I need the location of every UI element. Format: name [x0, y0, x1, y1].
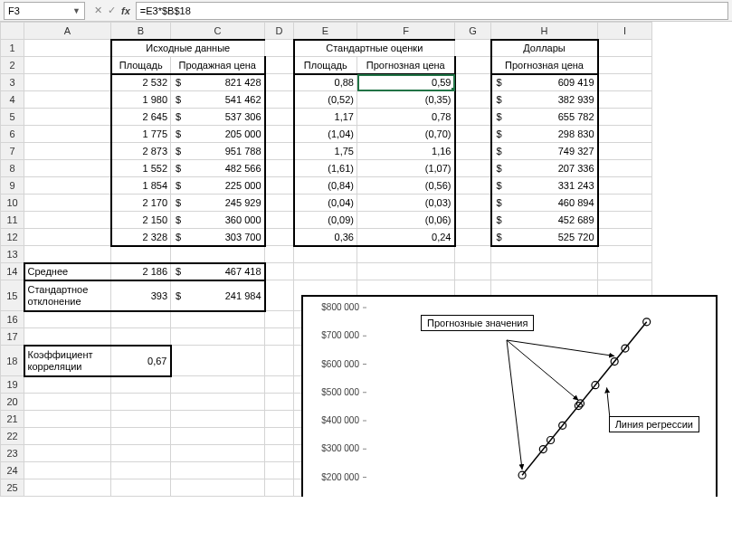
cell-F5[interactable]: 0,78	[357, 109, 455, 126]
cell-C13[interactable]	[171, 246, 265, 263]
cell-B11[interactable]: 2 150	[111, 212, 171, 229]
cell-I5[interactable]	[598, 109, 652, 126]
col-header-H[interactable]: H	[491, 23, 598, 40]
cell-F9[interactable]: (0,56)	[357, 177, 455, 195]
cell-B19[interactable]	[111, 376, 171, 394]
cell-D7[interactable]	[265, 143, 294, 160]
cell-C21[interactable]	[171, 411, 265, 428]
cell-C23[interactable]	[171, 445, 265, 462]
cell-H4[interactable]: $382 939	[491, 91, 598, 109]
cell-E3[interactable]: 0,88	[294, 74, 357, 91]
cell-C11[interactable]: $360 000	[171, 212, 265, 229]
cell-G10[interactable]	[455, 195, 491, 212]
row-header-15[interactable]: 15	[1, 280, 24, 311]
hdr-area[interactable]: Площадь	[111, 57, 171, 74]
cell-I7[interactable]	[598, 143, 652, 160]
row-header-22[interactable]: 22	[1, 428, 24, 445]
row-header-8[interactable]: 8	[1, 160, 24, 177]
cell-A5[interactable]	[24, 109, 111, 126]
cell-D21[interactable]	[265, 411, 294, 428]
cell-C19[interactable]	[171, 376, 265, 394]
row-header-21[interactable]: 21	[1, 411, 24, 428]
cell-D5[interactable]	[265, 109, 294, 126]
cell-A10[interactable]	[24, 195, 111, 212]
cell-G1[interactable]	[455, 40, 491, 57]
cell-D10[interactable]	[265, 195, 294, 212]
cell-C9[interactable]: $225 000	[171, 177, 265, 195]
mean-price[interactable]: $467 418	[171, 263, 265, 280]
cell-A17[interactable]	[24, 328, 111, 346]
cell-I13[interactable]	[598, 246, 652, 263]
cell-I12[interactable]	[598, 229, 652, 246]
row-header-13[interactable]: 13	[1, 246, 24, 263]
cell-C25[interactable]	[171, 479, 265, 497]
cell-D9[interactable]	[265, 177, 294, 195]
row-header-10[interactable]: 10	[1, 195, 24, 212]
cell-I4[interactable]	[598, 91, 652, 109]
cell-D25[interactable]	[265, 479, 294, 497]
cell-I9[interactable]	[598, 177, 652, 195]
row-header-1[interactable]: 1	[1, 40, 24, 57]
cell-G8[interactable]	[455, 160, 491, 177]
cell-D18[interactable]	[265, 346, 294, 376]
cell-F11[interactable]: (0,06)	[357, 212, 455, 229]
cell-A16[interactable]	[24, 311, 111, 328]
cell-D1[interactable]	[265, 40, 294, 57]
cell-B23[interactable]	[111, 445, 171, 462]
col-header-B[interactable]: B	[111, 23, 171, 40]
name-box[interactable]: F3 ▼	[4, 2, 85, 20]
cell-G4[interactable]	[455, 91, 491, 109]
hdr-forecast2[interactable]: Прогнозная цена	[491, 57, 598, 74]
cell-C8[interactable]: $482 566	[171, 160, 265, 177]
cell-C7[interactable]: $951 788	[171, 143, 265, 160]
row-header-9[interactable]: 9	[1, 177, 24, 195]
cell-D11[interactable]	[265, 212, 294, 229]
chevron-down-icon[interactable]: ▼	[72, 6, 81, 15]
cell-G13[interactable]	[455, 246, 491, 263]
stdev-price[interactable]: $241 984	[171, 280, 265, 311]
col-header-C[interactable]: C	[171, 23, 265, 40]
fx-icon[interactable]: fx	[121, 5, 130, 16]
cell-I8[interactable]	[598, 160, 652, 177]
label-stdev[interactable]: Стандартное отклонение	[24, 280, 111, 311]
cell-A9[interactable]	[24, 177, 111, 195]
cell-D20[interactable]	[265, 394, 294, 411]
cell-F10[interactable]: (0,03)	[357, 195, 455, 212]
cell-B9[interactable]: 1 854	[111, 177, 171, 195]
cell-E11[interactable]: (0,09)	[294, 212, 357, 229]
cell-H12[interactable]: $525 720	[491, 229, 598, 246]
cell-A6[interactable]	[24, 126, 111, 143]
corr-value[interactable]: 0,67	[111, 346, 171, 376]
cell-E5[interactable]: 1,17	[294, 109, 357, 126]
col-header-D[interactable]: D	[265, 23, 294, 40]
row-header-17[interactable]: 17	[1, 328, 24, 346]
cell-G9[interactable]	[455, 177, 491, 195]
cell-D2[interactable]	[265, 57, 294, 74]
cell-F12[interactable]: 0,24	[357, 229, 455, 246]
cell-C6[interactable]: $205 000	[171, 126, 265, 143]
cell-D3[interactable]	[265, 74, 294, 91]
row-header-11[interactable]: 11	[1, 212, 24, 229]
cell-H8[interactable]: $207 336	[491, 160, 598, 177]
dollars-title[interactable]: Доллары	[491, 40, 598, 57]
cell-E9[interactable]: (0,84)	[294, 177, 357, 195]
cell-F7[interactable]: 1,16	[357, 143, 455, 160]
row-header-3[interactable]: 3	[1, 74, 24, 91]
label-mean[interactable]: Среднее	[24, 263, 111, 280]
cell-A25[interactable]	[24, 479, 111, 497]
hdr-saleprice[interactable]: Продажная цена	[171, 57, 265, 74]
cell-D14[interactable]	[265, 263, 294, 280]
cell-I6[interactable]	[598, 126, 652, 143]
cell-D15[interactable]	[265, 280, 294, 311]
row-header-19[interactable]: 19	[1, 376, 24, 394]
cell-A2[interactable]	[24, 57, 111, 74]
col-header-F[interactable]: F	[357, 23, 455, 40]
col-header-G[interactable]: G	[455, 23, 491, 40]
cell-B16[interactable]	[111, 311, 171, 328]
cell-E14[interactable]	[294, 263, 357, 280]
cell-B4[interactable]: 1 980	[111, 91, 171, 109]
cell-E13[interactable]	[294, 246, 357, 263]
cell-D17[interactable]	[265, 328, 294, 346]
formula-input[interactable]: =E3*$B$18	[136, 2, 728, 20]
cell-A21[interactable]	[24, 411, 111, 428]
